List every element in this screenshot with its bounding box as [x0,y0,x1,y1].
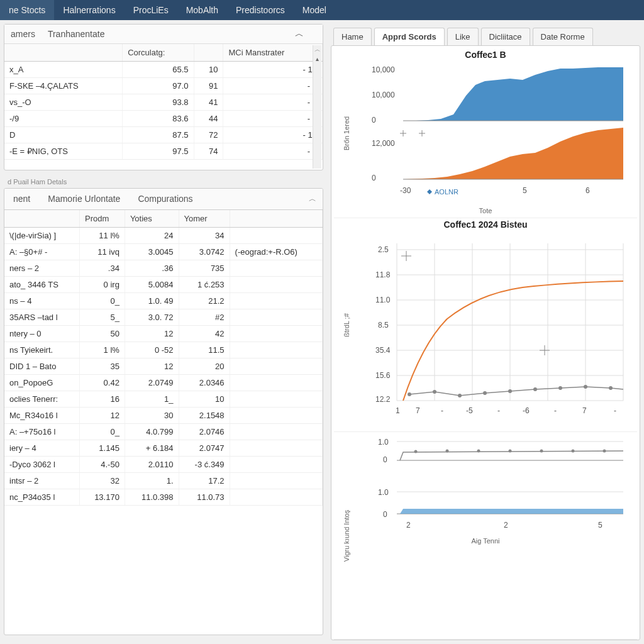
table-row[interactable]: ato_ 3446 TS0 irg5.00841 ć.253 [4,277,323,293]
table-row[interactable]: x_A65.510- 12 [4,62,323,78]
panel1-tab-0[interactable]: amers [11,29,35,39]
cell: ners – 2 [4,260,79,277]
p2-col[interactable]: Prodm [79,210,125,228]
table-row[interactable]: D87.572- 11 [4,127,323,143]
svg-point-37 [458,394,462,397]
chevron-up-icon[interactable]: ︿ [295,28,304,40]
cell: 11 l% [79,228,125,244]
svg-point-43 [609,386,613,390]
cell: 32 [79,473,125,489]
svg-point-38 [483,391,487,395]
chart-tab-2[interactable]: Like [447,28,479,45]
chart-tab-0[interactable]: Hame [333,28,372,45]
cell [230,293,322,309]
panel2-tab-1[interactable]: Mamorie Urlontate [39,189,129,209]
p2-col[interactable]: Yomer [179,210,230,228]
p1-col[interactable] [194,44,223,62]
menu-3[interactable]: MobAlth [177,0,227,20]
cell: 24 [125,228,179,244]
menu-0[interactable]: ne Stocts [0,0,54,20]
table-row[interactable]: ners – 2.34.36735 [4,260,323,277]
cell: -/9 [4,111,123,127]
p2-col[interactable]: Yoties [125,210,179,228]
cell: 12 [79,408,125,424]
cell: 13.170 [79,489,125,506]
table-row[interactable]: oclies Tenerr:161_10 [4,391,323,408]
table-row[interactable]: -Dyco 3062 l4.-502.0110-3 ć.349 [4,457,323,473]
svg-text:1.0: 1.0 [378,438,389,447]
cell: 1_ [125,391,179,408]
chart-tab-3[interactable]: Dicliitace [481,28,530,45]
table-row[interactable]: A: –+75o16 l0_4.0.7992.0746 [4,424,323,440]
svg-point-67 [540,450,543,453]
svg-text:35.4: 35.4 [375,346,391,355]
table-row[interactable]: nc_P34o35 l13.17011.0.39811.0.73 [4,489,323,506]
table-row[interactable]: -/983.644- 2 [4,111,323,127]
svg-point-40 [533,387,537,391]
menu-1[interactable]: Halnerrations [54,0,124,20]
menu-2[interactable]: ProcLiEs [125,0,177,20]
p1-col[interactable]: MCi Manstrater [223,44,323,62]
svg-text:10,000: 10,000 [372,91,395,99]
table-row[interactable]: iery – 41.145+ 6.1842.0747 [4,440,323,457]
scrollbar[interactable]: ︿ ▴ [313,45,321,169]
cell: intsr – 2 [4,473,79,489]
svg-text:-30: -30 [400,186,411,195]
cell: .34 [79,260,125,277]
table-row[interactable]: A: –§0+# -11 ivq3.00453.0742(-eograd:+-R… [4,244,323,260]
cell: 5.0084 [125,277,179,293]
svg-text:7: 7 [582,406,587,415]
cell: on_PopoeG [4,375,79,391]
table-row[interactable]: intsr – 2321.17.2 [4,473,323,489]
table-row[interactable]: on_PopoeG0.422.07492.0346 [4,375,323,391]
cell: 0_ [79,293,125,309]
chevron-up-icon[interactable]: ︿ [303,189,323,209]
cell: 2.0746 [179,424,230,440]
cell: 41 [194,94,223,111]
cell [230,342,322,358]
table-row[interactable]: ns Tyiekeirt.1 l%0 -5211.5 [4,342,323,358]
cell: 3.0045 [125,244,179,260]
menu-5[interactable]: Model [294,0,335,20]
cell: ato_ 3446 TS [4,277,79,293]
cell: 21.2 [179,293,230,309]
panel2-tab-0[interactable]: nent [4,189,39,209]
scroll-up-icon[interactable]: ︿ [313,45,321,54]
svg-text:-6: -6 [523,406,530,415]
cell: ntery – 0 [4,326,79,342]
svg-text:-5: -5 [466,406,473,415]
p2-col[interactable] [230,210,322,228]
chart-tab-4[interactable]: Date Rorme [533,28,593,45]
svg-point-42 [584,385,587,389]
chart-tab-1[interactable]: Apprd Scords [374,28,445,45]
chart1-orange-area [403,128,623,179]
table-row[interactable]: F-SKE –4.ÇALATS97.091- 0 [4,78,323,94]
p1-col[interactable]: Corculatg: [123,44,194,62]
panel2-tab-2[interactable]: Compurations [129,189,201,209]
scroll-up-icon-2[interactable]: ▴ [313,55,321,62]
table-row[interactable]: vs_-O93.841- 2 [4,94,323,111]
chart2-gray-line [409,387,623,396]
cell: 3.0742 [179,244,230,260]
table-row[interactable]: DID 1 – Bato351220 [4,358,323,375]
svg-point-69 [603,450,606,453]
chart3-gray-line [400,451,623,460]
cell [230,489,322,506]
table-row[interactable]: \(|de-virSia) ]11 l%2434 [4,228,323,244]
p2-col[interactable] [4,210,79,228]
panel1-caption: d Puail Ham Detals [4,175,323,188]
svg-text:0: 0 [372,174,376,182]
p1-col[interactable] [4,44,123,62]
table-row[interactable]: ntery – 0501242 [4,326,323,342]
table-row[interactable]: Mc_R34o16 l12302.1548 [4,408,323,424]
svg-text:0: 0 [372,116,376,125]
panel1-tab-1[interactable]: Tranhanentate [48,29,105,39]
chart2-svg: 2.5 11.8 11.0 8.5 35.4 15.6 12.2 1 [334,231,636,419]
svg-point-63 [414,450,418,453]
chart2-container: Coffec1 2024 Bisteu ßtrdL ;# 2.5 11.8 [334,218,637,432]
menu-4[interactable]: Predistoorcs [227,0,294,20]
table-row[interactable]: ns – 40_1.0. 4921.2 [4,293,323,309]
table-row[interactable]: -E = ₽NIG, OTS97.574- 1 [4,143,323,160]
table-row[interactable]: 35ARS –tad l5_3.0. 72#2 [4,309,323,326]
cell: -3 ć.349 [179,457,230,473]
